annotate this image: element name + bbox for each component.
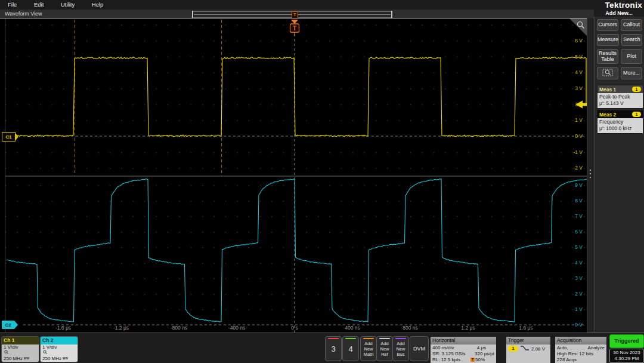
ch2-y-tick: 5 V [575, 244, 583, 250]
ch1-y-tick: 5 V [575, 54, 583, 60]
falling-edge-icon [520, 345, 530, 353]
horizontal-position: 50% [475, 357, 485, 362]
ch1-y-tick: 0 V [575, 133, 583, 139]
channel2-reference-tag[interactable]: C2 [2, 321, 14, 329]
channel4-button[interactable]: 4 [342, 336, 359, 361]
ch1-y-tick: -2 V [573, 165, 583, 171]
probe-icon [4, 350, 37, 355]
x-axis-tick: 1.6 μs [519, 325, 532, 331]
add-math-label: Add New Math [361, 341, 376, 357]
cursors-button[interactable]: Cursors [597, 19, 618, 31]
date-label: 30 Nov 2023 [610, 350, 643, 356]
meas1-source-badge: 1 [632, 87, 641, 92]
measurement-badge-2[interactable]: Meas 2 1 Frequency μ': 1000.0 kHz [597, 110, 643, 134]
tektronix-logo: Tektronix [589, 1, 642, 10]
ch1-y-tick: 1 V [575, 117, 583, 123]
trigger-source-badge: 1 [508, 346, 518, 352]
acq-analyze: Analyze [588, 345, 605, 351]
ch1-scale: 1 V/div [4, 344, 37, 350]
trigger-level: 2.08 V [531, 346, 545, 352]
math-color-stripe [363, 338, 374, 339]
record-length: RL: 12.5 kpts [432, 357, 460, 363]
add-new-bus-button[interactable]: Add New Bus [392, 336, 409, 361]
oscilloscope-screen: File Edit Utility Help Tektronix Wavefor… [0, 0, 644, 363]
add-bus-label: Add New Bus [393, 341, 408, 357]
ch1-bandwidth: 250 MHz [4, 356, 23, 361]
menu-utility[interactable]: Utility [53, 0, 82, 8]
ch1-y-tick: -1 V [573, 149, 583, 155]
probe-icon [42, 350, 76, 355]
trigger-position-icon: T [470, 358, 475, 362]
meas1-value: μ': 5.143 V [599, 100, 641, 107]
meas1-name: Peak-to-Peak [599, 94, 641, 100]
horizontal-panel[interactable]: Horizontal 400 ns/div4 μs SR: 3.125 GS/s… [430, 336, 497, 362]
x-axis-tick: -800 ns [171, 325, 187, 331]
x-axis-tick: -1.2 μs [113, 325, 129, 331]
ch1-y-tick: 4 V [575, 69, 583, 75]
meas2-title: Meas 2 [599, 112, 616, 118]
ch4-label: 4 [343, 344, 358, 353]
waveform-view-area[interactable]: 6 V5 V4 V3 V2 V1 V0 V-1 V-2 V9 V8 V7 V6 … [0, 18, 587, 333]
more-button[interactable]: More... [621, 67, 642, 79]
x-axis-tick: 800 ns [402, 325, 418, 331]
horizontal-overview-bar[interactable]: T [192, 11, 392, 18]
bandwidth-limit-icon: BW [24, 356, 29, 360]
channel3-button[interactable]: 3 [325, 336, 342, 361]
acq-count: 228 Acqs [557, 357, 605, 363]
dvm-button[interactable]: DVM [410, 336, 429, 361]
search-button[interactable]: Search [621, 34, 642, 46]
waveform-plot[interactable]: 6 V5 V4 V3 V2 V1 V0 V-1 V-2 V9 V8 V7 V6 … [5, 19, 587, 333]
ch1-header: Ch 1 [2, 337, 39, 344]
ch2-y-tick: 6 V [575, 229, 583, 235]
meas2-name: Frequency [599, 119, 641, 125]
ch2-y-tick: 0 V [575, 322, 583, 328]
ch1-y-tick: 6 V [575, 38, 583, 44]
menu-edit[interactable]: Edit [26, 0, 51, 8]
horizontal-scale: 400 ns/div [432, 345, 454, 351]
ch2-y-tick: 4 V [575, 260, 583, 266]
acquisition-panel[interactable]: Acquisition Auto,Analyze High Res: 12 bi… [555, 336, 607, 362]
zoom-select-icon [602, 69, 613, 78]
measure-button[interactable]: Measure [597, 34, 619, 46]
ch2-y-tick: 1 V [575, 306, 583, 312]
ch2-y-tick: 3 V [575, 275, 583, 281]
svg-text:T: T [293, 25, 296, 32]
ch1-y-tick: 3 V [575, 85, 583, 91]
x-axis-tick: -400 ns [228, 325, 245, 331]
time-label: 4:30:29 PM [610, 356, 643, 362]
ch2-bandwidth: 250 MHz [42, 356, 61, 361]
settings-bar: Ch 1 1 V/div 250 MHzBW Ch 2 1 V/div 250 … [0, 333, 644, 363]
add-new-ref-button[interactable]: Add New Ref [376, 336, 393, 361]
results-table-button[interactable]: Results Table [597, 49, 618, 64]
menu-help[interactable]: Help [84, 0, 112, 8]
horizontal-title: Horizontal [431, 337, 496, 344]
ch2-y-tick: 2 V [575, 291, 583, 297]
channel2-badge[interactable]: Ch 2 1 V/div 250 MHzBW [40, 336, 78, 362]
callout-button[interactable]: Callout [621, 19, 642, 31]
ch2-scale: 1 V/div [42, 344, 76, 350]
graticule-top [5, 19, 587, 176]
bus-color-stripe [395, 338, 406, 339]
ch2-y-tick: 7 V [575, 213, 583, 219]
graticule-bottom [5, 176, 587, 333]
add-new-math-button[interactable]: Add New Math [360, 336, 377, 361]
ch2-y-tick: 9 V [575, 182, 583, 188]
bandwidth-limit-icon: BW [63, 356, 68, 360]
datetime-display: 30 Nov 2023 4:30:29 PM [609, 349, 644, 363]
ch2-header: Ch 2 [41, 337, 78, 344]
ch2-y-tick: 8 V [575, 198, 583, 204]
trigger-panel[interactable]: Trigger 1 2.08 V [506, 336, 551, 362]
channel1-badge[interactable]: Ch 1 1 V/div 250 MHzBW [1, 336, 39, 362]
acq-detail: High Res: 12 bits [557, 351, 605, 357]
plot-button[interactable]: Plot [621, 49, 642, 64]
zoom-mode-button[interactable] [597, 67, 618, 79]
tab-waveform-view[interactable]: Waveform View [0, 10, 42, 18]
sample-resolution: 320 ps/pt [475, 351, 494, 357]
x-axis-tick: 400 ns [345, 325, 360, 331]
trigger-status-badge: Triggered [609, 334, 644, 348]
menu-file[interactable]: File [0, 0, 24, 8]
ch3-label: 3 [326, 344, 341, 353]
channel1-reference-tag[interactable]: C1 [2, 132, 16, 141]
measurement-badge-1[interactable]: Meas 1 1 Peak-to-Peak μ': 5.143 V [597, 85, 643, 109]
right-panel: Cursors Callout Measure Search Results T… [594, 17, 644, 333]
